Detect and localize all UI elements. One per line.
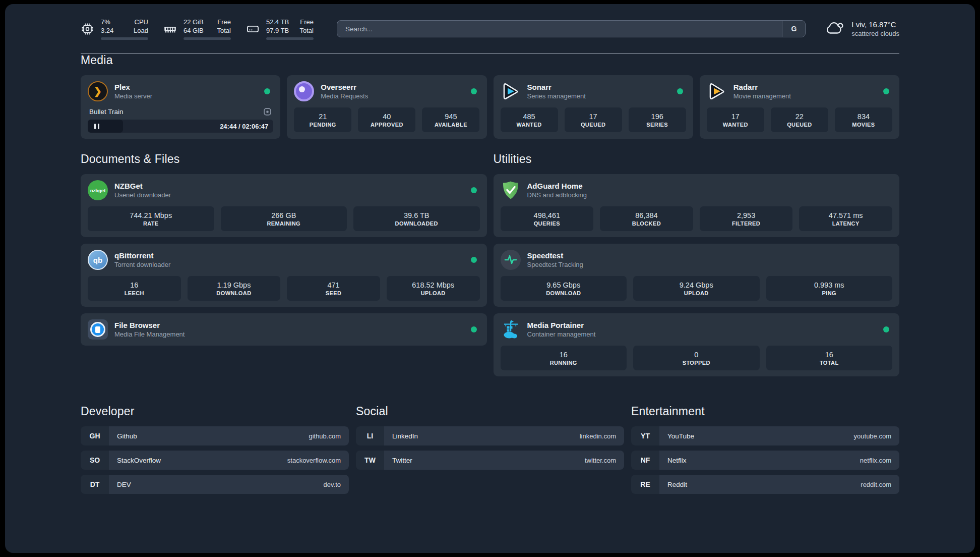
bookmark-url: github.com (309, 432, 341, 440)
bookmark-netflix[interactable]: NF Netflixnetflix.com (631, 451, 899, 470)
search-provider-button[interactable]: G (782, 21, 805, 37)
sonarr-link[interactable]: Sonarr Series management (501, 81, 686, 101)
stats-row: 485WANTED 17QUEUED 196SERIES (501, 107, 686, 132)
stat-queued: 17QUEUED (565, 107, 622, 132)
service-description: Movie management (733, 92, 791, 101)
plex-link[interactable]: ❯ Plex Media server (88, 81, 273, 101)
status-dot (883, 88, 889, 94)
playback-time: 24:44 / 02:06:47 (220, 123, 273, 130)
status-dot (471, 187, 477, 193)
disk-total-value: 97.9 TB (266, 26, 289, 35)
header-divider (81, 53, 899, 53)
weather-widget: Lviv, 16.87°C scattered clouds (824, 17, 899, 40)
weather-location: Lviv, 16.87°C (851, 20, 899, 29)
service-name: File Browser (114, 320, 185, 330)
disk-free-label: Free (300, 18, 314, 26)
portainer-link[interactable]: Media Portainer Container management (501, 319, 893, 340)
weather-condition: scattered clouds (851, 29, 899, 38)
bookmark-twitter[interactable]: TW Twittertwitter.com (356, 451, 624, 470)
media-control-icon[interactable] (263, 107, 272, 116)
card-sonarr: Sonarr Series management 485WANTED 17QUE… (494, 75, 693, 139)
filebrowser-link[interactable]: File Browser Media File Management (88, 319, 480, 340)
stat-pending: 21PENDING (294, 107, 351, 132)
bookmark-abbr: RE (631, 475, 659, 494)
stat-wanted: 485WANTED (501, 107, 558, 132)
nzbget-link[interactable]: nzbget NZBGet Usenet downloader (88, 180, 480, 200)
stat-available: 945AVAILABLE (422, 107, 479, 132)
playback-progressbar: 24:44 / 02:06:47 (88, 120, 273, 133)
bookmark-reddit[interactable]: RE Redditreddit.com (631, 475, 899, 494)
stat-movies: 834MOVIES (835, 107, 892, 132)
bookmark-url: netflix.com (860, 457, 891, 464)
qbittorrent-icon: qb (88, 250, 108, 270)
stats-row: 498,461QUERIES 86,384BLOCKED 2,953FILTER… (501, 206, 893, 231)
service-description: Media Requests (321, 92, 368, 101)
stat-wanted: 17WANTED (707, 107, 764, 132)
stat-upload: 618.52 MbpsUPLOAD (387, 276, 480, 301)
stats-row: 9.65 GbpsDOWNLOAD 9.24 GbpsUPLOAD 0.993 … (501, 276, 893, 301)
bookmark-abbr: LI (356, 426, 384, 445)
plex-icon: ❯ (88, 81, 108, 101)
card-filebrowser: File Browser Media File Management (81, 313, 487, 346)
service-description: Torrent downloader (114, 260, 170, 269)
documents-column: Documents & Files nzbget NZBGet Usenet d… (81, 152, 487, 376)
card-nzbget: nzbget NZBGet Usenet downloader 744.21 M… (81, 174, 487, 237)
bookmark-name: Github (117, 432, 137, 440)
adguard-link[interactable]: AdGuard Home DNS and adblocking (501, 180, 893, 200)
bookmarks-developer: Developer GH Githubgithub.com SO StackOv… (81, 405, 349, 494)
bookmark-name: StackOverflow (117, 457, 161, 464)
bookmark-abbr: TW (356, 451, 384, 470)
service-name: qBittorrent (114, 251, 170, 260)
stat-ping: 0.993 msPING (766, 276, 893, 301)
bookmark-url: linkedin.com (580, 432, 616, 440)
sonarr-icon (501, 81, 521, 101)
cloud-icon (824, 17, 845, 40)
service-description: Media server (114, 92, 152, 101)
bookmark-github[interactable]: GH Githubgithub.com (81, 426, 349, 445)
speedtest-pulse-icon (501, 250, 521, 270)
stats-row: 21PENDING 40APPROVED 945AVAILABLE (294, 107, 479, 132)
section-title-developer: Developer (81, 405, 349, 418)
bookmarks-social: Social LI LinkedInlinkedin.com TW Twitte… (356, 405, 624, 494)
pause-icon (94, 124, 96, 129)
status-dot (677, 88, 683, 94)
bookmark-name: Twitter (392, 457, 412, 464)
bookmark-youtube[interactable]: YT YouTubeyoutube.com (631, 426, 899, 445)
card-qbittorrent: qb qBittorrent Torrent downloader 16LEEC… (81, 244, 487, 307)
bookmark-name: Netflix (667, 457, 687, 464)
disk-stat: 52.4 TBFree 97.9 TBTotal (246, 18, 314, 40)
card-portainer: Media Portainer Container management 16R… (494, 313, 900, 376)
speedtest-link[interactable]: Speedtest Speedtest Tracking (501, 250, 893, 270)
bookmark-dev[interactable]: DT DEVdev.to (81, 475, 349, 494)
stat-filtered: 2,953FILTERED (700, 206, 793, 231)
bookmark-linkedin[interactable]: LI LinkedInlinkedin.com (356, 426, 624, 445)
service-description: Container management (527, 330, 596, 339)
ram-icon (163, 22, 177, 36)
stat-rate: 744.21 MbpsRATE (88, 206, 214, 231)
stats-row: 16RUNNING 0STOPPED 16TOTAL (501, 346, 893, 370)
bookmark-url: stackoverflow.com (287, 457, 341, 464)
service-description: Speedtest Tracking (527, 260, 583, 269)
overseerr-link[interactable]: Overseerr Media Requests (294, 81, 479, 101)
dashboard: 7%CPU 3.24Load (5, 4, 975, 553)
cpu-label: CPU (135, 18, 148, 26)
service-name: Radarr (733, 82, 791, 92)
bookmark-abbr: YT (631, 426, 659, 445)
card-plex: ❯ Plex Media server Bullet Train (81, 75, 280, 139)
radarr-link[interactable]: Radarr Movie management (707, 81, 892, 101)
stat-running: 16RUNNING (501, 346, 627, 370)
service-description: Series management (527, 92, 586, 101)
section-title-social: Social (356, 405, 624, 418)
search-input[interactable] (337, 21, 782, 37)
disk-progressbar (266, 37, 314, 40)
filebrowser-icon (88, 319, 108, 340)
bookmark-stackoverflow[interactable]: SO StackOverflowstackoverflow.com (81, 451, 349, 470)
disk-icon (246, 22, 260, 36)
qbittorrent-link[interactable]: qb qBittorrent Torrent downloader (88, 250, 480, 270)
pause-button[interactable] (88, 120, 123, 133)
bookmark-name: Reddit (667, 481, 687, 488)
bookmark-url: twitter.com (585, 457, 616, 464)
status-dot (471, 257, 477, 263)
nzbget-icon: nzbget (88, 180, 108, 200)
bookmark-url: youtube.com (854, 432, 891, 440)
